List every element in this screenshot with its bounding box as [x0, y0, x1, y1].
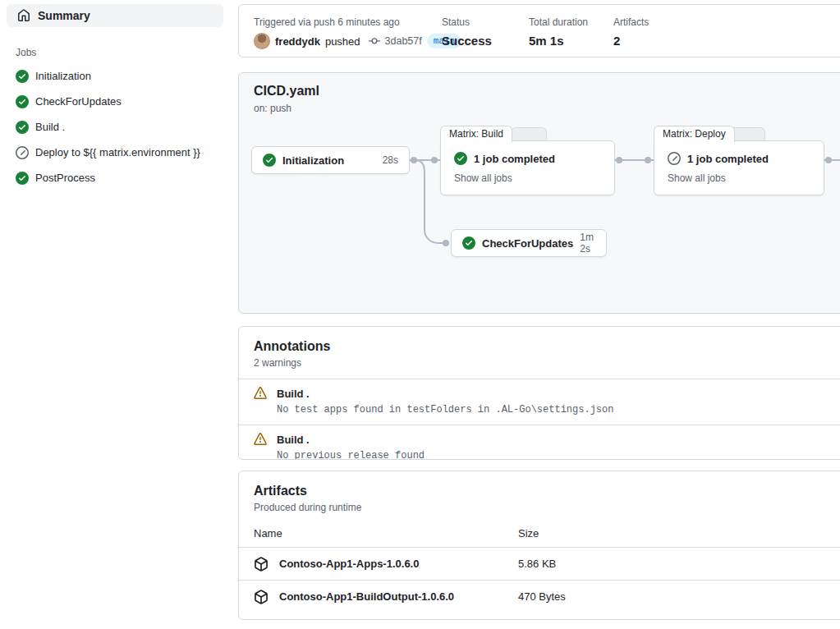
- graph-node-checkforupdates[interactable]: CheckForUpdates 1m 2s: [451, 229, 607, 257]
- job-label: PostProcess: [35, 172, 95, 185]
- annotation-job[interactable]: Build .: [277, 434, 310, 446]
- annotation-message: No previous release found: [277, 450, 840, 460]
- main-content: Triggered via push 6 minutes ago freddyd…: [238, 0, 840, 620]
- run-header-card: Triggered via push 6 minutes ago freddyd…: [238, 4, 840, 57]
- node-duration: 1m 2s: [580, 232, 595, 255]
- duration-column: Total duration 5m 1s: [529, 16, 588, 49]
- artifacts-title: Artifacts: [254, 482, 840, 499]
- matrix-build-stack-decoration: [511, 127, 547, 140]
- skipped-icon: [16, 146, 29, 159]
- group-summary: 1 job completed: [474, 153, 555, 165]
- workflow-graph-card: CICD.yaml on: push: [238, 72, 840, 314]
- artifact-name[interactable]: Contoso-App1-Apps-1.0.6.0: [279, 558, 419, 570]
- workflow-run-page: Summary Jobs Initialization CheckForUpda…: [0, 0, 840, 620]
- node-duration: 28s: [383, 154, 398, 166]
- graph-node-initialization[interactable]: Initialization 28s: [251, 146, 410, 174]
- success-check-icon: [16, 95, 29, 108]
- graph-group-matrix-deploy[interactable]: 1 job completed Show all jobs: [654, 140, 824, 195]
- graph-group-matrix-build[interactable]: 1 job completed Show all jobs: [440, 140, 615, 195]
- warning-icon: [254, 387, 267, 400]
- artifacts-count-value: 2: [613, 33, 649, 49]
- sidebar-job-deploy[interactable]: Deploy to ${{ matrix.environment }}: [0, 140, 238, 165]
- artifact-name[interactable]: Contoso-App1-BuildOutput-1.0.6.0: [279, 590, 454, 603]
- annotations-card: Annotations 2 warnings Build . No test a…: [238, 326, 840, 460]
- summary-label: Summary: [38, 9, 90, 22]
- warning-icon: [254, 433, 267, 446]
- annotation-message: No test apps found in testFolders in .AL…: [277, 404, 840, 416]
- annotation-row: Build . No previous release found: [239, 425, 840, 460]
- duration-label: Total duration: [529, 16, 588, 29]
- jobs-list: Initialization CheckForUpdates Build . D…: [0, 63, 238, 191]
- status-value: Success: [442, 33, 492, 49]
- artifacts-count-label: Artifacts: [613, 16, 649, 29]
- duration-value: 5m 1s: [529, 33, 588, 49]
- name-column-header: Name: [254, 527, 518, 539]
- package-icon: [254, 557, 269, 572]
- success-check-icon: [16, 172, 29, 185]
- success-check-icon: [16, 70, 29, 83]
- sidebar-job-build[interactable]: Build .: [0, 114, 238, 140]
- size-column-header: Size: [518, 527, 539, 539]
- job-label: Initialization: [35, 70, 91, 83]
- matrix-deploy-tab: Matrix: Deploy: [654, 126, 735, 142]
- artifacts-count-column: Artifacts 2: [613, 16, 649, 49]
- artifact-row: Contoso-App1-Apps-1.0.6.0 5.86 KB: [239, 547, 840, 580]
- job-label: Deploy to ${{ matrix.environment }}: [35, 146, 200, 159]
- annotation-row: Build . No test apps found in testFolder…: [239, 379, 840, 425]
- status-column: Status Success: [442, 16, 492, 49]
- success-check-icon: [462, 236, 475, 250]
- trigger-line: Triggered via push 6 minutes ago: [254, 16, 461, 29]
- package-icon: [254, 590, 269, 604]
- artifacts-table-header: Name Size: [239, 514, 840, 547]
- annotations-subtitle: 2 warnings: [254, 356, 840, 370]
- sidebar-job-postprocess[interactable]: PostProcess: [0, 165, 238, 191]
- annotations-title: Annotations: [254, 337, 840, 355]
- success-check-icon: [263, 154, 276, 167]
- annotation-job[interactable]: Build .: [277, 388, 310, 400]
- group-summary: 1 job completed: [687, 153, 769, 165]
- node-label: CheckForUpdates: [482, 237, 573, 250]
- node-label: Initialization: [282, 154, 344, 167]
- status-label: Status: [442, 16, 492, 29]
- actor-action: pushed: [325, 35, 360, 48]
- artifacts-card: Artifacts Produced during runtime Name S…: [238, 471, 840, 620]
- commit-sha[interactable]: 3dab57f: [385, 35, 422, 47]
- show-all-jobs-link[interactable]: Show all jobs: [668, 172, 810, 184]
- sidebar-job-checkforupdates[interactable]: CheckForUpdates: [0, 89, 238, 114]
- show-all-jobs-link[interactable]: Show all jobs: [454, 172, 601, 184]
- sidebar: Summary Jobs Initialization CheckForUpda…: [0, 0, 238, 620]
- sidebar-job-initialization[interactable]: Initialization: [0, 63, 238, 89]
- success-check-icon: [454, 152, 467, 165]
- job-label: CheckForUpdates: [35, 95, 122, 108]
- artifact-row: Contoso-App1-BuildOutput-1.0.6.0 470 Byt…: [239, 580, 840, 613]
- skipped-icon: [668, 152, 681, 165]
- actor-name[interactable]: freddydk: [275, 35, 320, 48]
- success-check-icon: [16, 121, 29, 134]
- sidebar-item-summary[interactable]: Summary: [7, 4, 223, 27]
- commit-icon: [369, 35, 380, 47]
- artifact-size: 5.86 KB: [518, 558, 556, 570]
- avatar[interactable]: [254, 33, 270, 49]
- artifact-size: 470 Bytes: [518, 590, 566, 603]
- jobs-heading: Jobs: [16, 47, 238, 58]
- matrix-build-tab: Matrix: Build: [440, 126, 512, 142]
- artifacts-subtitle: Produced during runtime: [254, 501, 840, 514]
- job-label: Build .: [35, 121, 65, 134]
- home-icon: [17, 9, 30, 22]
- trigger-column: Triggered via push 6 minutes ago freddyd…: [254, 16, 461, 49]
